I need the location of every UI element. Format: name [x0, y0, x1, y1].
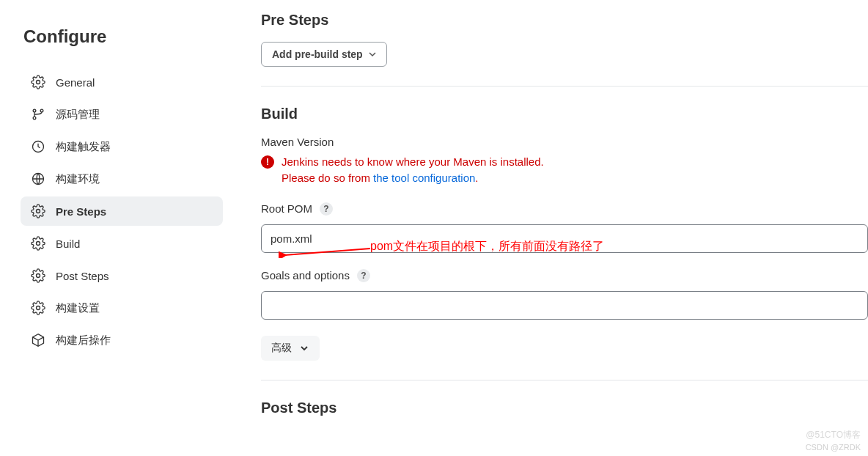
gear-icon [31, 301, 45, 315]
sidebar-item-label: 构建设置 [56, 301, 100, 315]
sidebar-item-pre-steps[interactable]: Pre Steps [21, 196, 223, 226]
sidebar-item-label: Build [56, 238, 80, 250]
branch-icon [31, 107, 45, 122]
sidebar-item-label: Pre Steps [56, 205, 106, 218]
button-label: Add pre-build step [272, 48, 363, 60]
sidebar-item-label: Post Steps [56, 270, 109, 282]
sidebar-item-label: 构建触发器 [56, 140, 111, 154]
help-icon[interactable]: ? [320, 202, 333, 216]
sidebar-item-postbuild[interactable]: 构建后操作 [21, 326, 223, 355]
svg-point-0 [37, 81, 40, 84]
svg-point-8 [37, 274, 40, 278]
chevron-down-icon [299, 343, 309, 353]
error-line-2-prefix: Please do so from [282, 172, 373, 184]
sidebar-title: Configure [21, 26, 223, 47]
sidebar-item-label: 构建后操作 [56, 334, 111, 347]
advanced-button[interactable]: 高级 [261, 336, 320, 361]
sidebar-item-general[interactable]: General [21, 67, 223, 97]
help-icon[interactable]: ? [357, 269, 370, 282]
root-pom-input[interactable] [261, 224, 868, 253]
watermark: @51CTO博客 [806, 429, 861, 441]
tool-configuration-link[interactable]: the tool configuration [373, 172, 475, 184]
svg-point-9 [37, 306, 40, 310]
add-pre-build-step-button[interactable]: Add pre-build step [261, 42, 387, 67]
presteps-heading: Pre Steps [261, 12, 868, 29]
goals-options-label: Goals and options [261, 269, 350, 282]
gear-icon [31, 204, 45, 218]
sidebar-item-post-steps[interactable]: Post Steps [21, 261, 223, 290]
gear-icon [31, 268, 45, 283]
svg-point-3 [40, 109, 43, 112]
root-pom-label: Root POM [261, 202, 312, 215]
sidebar-item-label: 构建环境 [56, 172, 100, 186]
sidebar-item-build[interactable]: Build [21, 229, 223, 258]
sidebar: Configure General 源码管理 构建触发器 构建环境 [0, 0, 235, 456]
svg-point-6 [37, 210, 40, 213]
watermark: CSDN @ZRDK [806, 443, 861, 452]
sidebar-item-label: General [56, 76, 95, 89]
clock-icon [31, 139, 45, 154]
svg-point-7 [37, 242, 40, 246]
sidebar-item-scm[interactable]: 源码管理 [21, 100, 223, 129]
button-label: 高级 [271, 342, 292, 355]
maven-error-message: ! Jenkins needs to know where your Maven… [261, 154, 868, 186]
caret-down-icon [369, 51, 376, 58]
gear-icon [31, 75, 45, 89]
svg-point-2 [33, 117, 36, 119]
maven-version-label: Maven Version [261, 136, 868, 148]
divider [261, 380, 868, 380]
divider [261, 86, 868, 87]
goals-options-input[interactable] [261, 291, 868, 320]
box-icon [31, 333, 45, 347]
gear-icon [31, 236, 45, 251]
poststeps-heading: Post Steps [261, 400, 868, 416]
sidebar-item-settings[interactable]: 构建设置 [21, 293, 223, 323]
build-heading: Build [261, 106, 868, 122]
error-line-1: Jenkins needs to know where your Maven i… [282, 155, 544, 168]
sidebar-item-env[interactable]: 构建环境 [21, 164, 223, 194]
main-content: Pre Steps Add pre-build step Build Maven… [235, 0, 868, 456]
globe-icon [31, 172, 45, 186]
sidebar-item-label: 源码管理 [56, 108, 100, 122]
error-icon: ! [261, 155, 274, 169]
svg-point-1 [33, 109, 36, 112]
sidebar-item-triggers[interactable]: 构建触发器 [21, 132, 223, 161]
